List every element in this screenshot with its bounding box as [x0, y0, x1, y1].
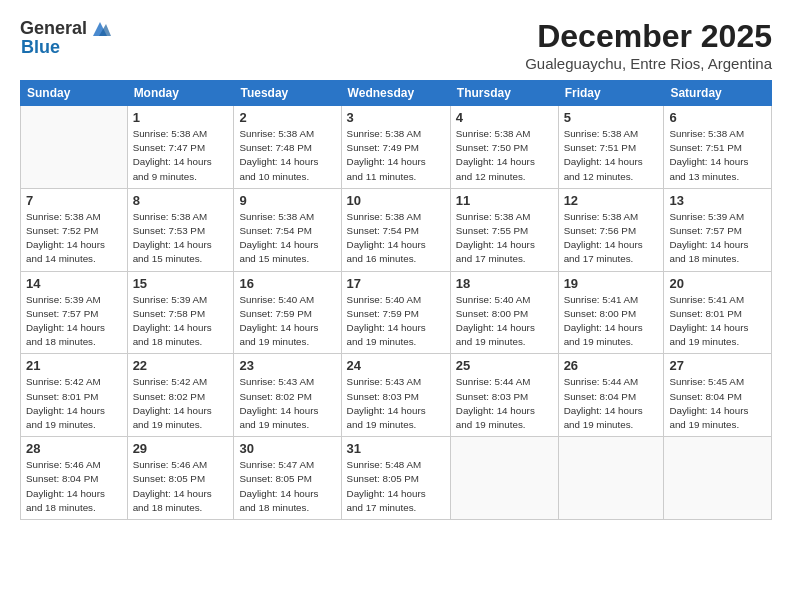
day-number: 23 [239, 358, 335, 373]
day-number: 10 [347, 193, 445, 208]
table-row: 19Sunrise: 5:41 AMSunset: 8:00 PMDayligh… [558, 271, 664, 354]
day-number: 8 [133, 193, 229, 208]
logo: General Blue [20, 18, 111, 58]
day-number: 26 [564, 358, 659, 373]
day-info: Sunrise: 5:45 AMSunset: 8:04 PMDaylight:… [669, 375, 766, 432]
day-info: Sunrise: 5:42 AMSunset: 8:02 PMDaylight:… [133, 375, 229, 432]
calendar-week-row: 14Sunrise: 5:39 AMSunset: 7:57 PMDayligh… [21, 271, 772, 354]
table-row: 8Sunrise: 5:38 AMSunset: 7:53 PMDaylight… [127, 188, 234, 271]
main-title: December 2025 [525, 18, 772, 55]
col-wednesday: Wednesday [341, 81, 450, 106]
title-block: December 2025 Gualeguaychu, Entre Rios, … [525, 18, 772, 72]
day-info: Sunrise: 5:44 AMSunset: 8:04 PMDaylight:… [564, 375, 659, 432]
day-info: Sunrise: 5:38 AMSunset: 7:53 PMDaylight:… [133, 210, 229, 267]
day-info: Sunrise: 5:39 AMSunset: 7:57 PMDaylight:… [669, 210, 766, 267]
day-number: 27 [669, 358, 766, 373]
day-number: 25 [456, 358, 553, 373]
table-row: 17Sunrise: 5:40 AMSunset: 7:59 PMDayligh… [341, 271, 450, 354]
day-number: 9 [239, 193, 335, 208]
day-number: 17 [347, 276, 445, 291]
day-info: Sunrise: 5:38 AMSunset: 7:47 PMDaylight:… [133, 127, 229, 184]
day-info: Sunrise: 5:38 AMSunset: 7:52 PMDaylight:… [26, 210, 122, 267]
day-number: 13 [669, 193, 766, 208]
table-row [664, 437, 772, 520]
day-info: Sunrise: 5:38 AMSunset: 7:56 PMDaylight:… [564, 210, 659, 267]
table-row: 23Sunrise: 5:43 AMSunset: 8:02 PMDayligh… [234, 354, 341, 437]
day-info: Sunrise: 5:43 AMSunset: 8:02 PMDaylight:… [239, 375, 335, 432]
calendar: Sunday Monday Tuesday Wednesday Thursday… [20, 80, 772, 520]
day-info: Sunrise: 5:40 AMSunset: 7:59 PMDaylight:… [239, 293, 335, 350]
table-row [21, 106, 128, 189]
calendar-week-row: 7Sunrise: 5:38 AMSunset: 7:52 PMDaylight… [21, 188, 772, 271]
table-row: 30Sunrise: 5:47 AMSunset: 8:05 PMDayligh… [234, 437, 341, 520]
table-row: 26Sunrise: 5:44 AMSunset: 8:04 PMDayligh… [558, 354, 664, 437]
day-info: Sunrise: 5:44 AMSunset: 8:03 PMDaylight:… [456, 375, 553, 432]
calendar-week-row: 28Sunrise: 5:46 AMSunset: 8:04 PMDayligh… [21, 437, 772, 520]
day-number: 28 [26, 441, 122, 456]
day-number: 20 [669, 276, 766, 291]
day-info: Sunrise: 5:38 AMSunset: 7:50 PMDaylight:… [456, 127, 553, 184]
table-row: 22Sunrise: 5:42 AMSunset: 8:02 PMDayligh… [127, 354, 234, 437]
calendar-week-row: 1Sunrise: 5:38 AMSunset: 7:47 PMDaylight… [21, 106, 772, 189]
table-row: 28Sunrise: 5:46 AMSunset: 8:04 PMDayligh… [21, 437, 128, 520]
table-row: 6Sunrise: 5:38 AMSunset: 7:51 PMDaylight… [664, 106, 772, 189]
day-info: Sunrise: 5:46 AMSunset: 8:05 PMDaylight:… [133, 458, 229, 515]
logo-blue: Blue [21, 37, 60, 57]
day-info: Sunrise: 5:38 AMSunset: 7:54 PMDaylight:… [347, 210, 445, 267]
logo-icon [89, 18, 111, 40]
day-number: 18 [456, 276, 553, 291]
day-number: 1 [133, 110, 229, 125]
day-number: 19 [564, 276, 659, 291]
day-info: Sunrise: 5:40 AMSunset: 7:59 PMDaylight:… [347, 293, 445, 350]
day-info: Sunrise: 5:43 AMSunset: 8:03 PMDaylight:… [347, 375, 445, 432]
day-number: 4 [456, 110, 553, 125]
table-row: 7Sunrise: 5:38 AMSunset: 7:52 PMDaylight… [21, 188, 128, 271]
day-info: Sunrise: 5:38 AMSunset: 7:51 PMDaylight:… [669, 127, 766, 184]
subtitle: Gualeguaychu, Entre Rios, Argentina [525, 55, 772, 72]
col-monday: Monday [127, 81, 234, 106]
table-row: 29Sunrise: 5:46 AMSunset: 8:05 PMDayligh… [127, 437, 234, 520]
day-number: 22 [133, 358, 229, 373]
day-number: 29 [133, 441, 229, 456]
day-number: 6 [669, 110, 766, 125]
day-info: Sunrise: 5:39 AMSunset: 7:58 PMDaylight:… [133, 293, 229, 350]
day-info: Sunrise: 5:47 AMSunset: 8:05 PMDaylight:… [239, 458, 335, 515]
day-info: Sunrise: 5:38 AMSunset: 7:49 PMDaylight:… [347, 127, 445, 184]
table-row: 4Sunrise: 5:38 AMSunset: 7:50 PMDaylight… [450, 106, 558, 189]
page: General Blue December 2025 Gualeguaychu,… [0, 0, 792, 612]
day-info: Sunrise: 5:40 AMSunset: 8:00 PMDaylight:… [456, 293, 553, 350]
table-row: 20Sunrise: 5:41 AMSunset: 8:01 PMDayligh… [664, 271, 772, 354]
col-friday: Friday [558, 81, 664, 106]
day-info: Sunrise: 5:42 AMSunset: 8:01 PMDaylight:… [26, 375, 122, 432]
day-number: 30 [239, 441, 335, 456]
day-number: 12 [564, 193, 659, 208]
col-sunday: Sunday [21, 81, 128, 106]
day-number: 5 [564, 110, 659, 125]
col-tuesday: Tuesday [234, 81, 341, 106]
day-number: 15 [133, 276, 229, 291]
table-row: 9Sunrise: 5:38 AMSunset: 7:54 PMDaylight… [234, 188, 341, 271]
day-number: 24 [347, 358, 445, 373]
table-row: 1Sunrise: 5:38 AMSunset: 7:47 PMDaylight… [127, 106, 234, 189]
table-row: 15Sunrise: 5:39 AMSunset: 7:58 PMDayligh… [127, 271, 234, 354]
day-info: Sunrise: 5:41 AMSunset: 8:00 PMDaylight:… [564, 293, 659, 350]
day-number: 16 [239, 276, 335, 291]
table-row [558, 437, 664, 520]
col-saturday: Saturday [664, 81, 772, 106]
table-row: 25Sunrise: 5:44 AMSunset: 8:03 PMDayligh… [450, 354, 558, 437]
day-info: Sunrise: 5:38 AMSunset: 7:51 PMDaylight:… [564, 127, 659, 184]
day-number: 3 [347, 110, 445, 125]
day-info: Sunrise: 5:46 AMSunset: 8:04 PMDaylight:… [26, 458, 122, 515]
table-row: 2Sunrise: 5:38 AMSunset: 7:48 PMDaylight… [234, 106, 341, 189]
table-row: 3Sunrise: 5:38 AMSunset: 7:49 PMDaylight… [341, 106, 450, 189]
calendar-header-row: Sunday Monday Tuesday Wednesday Thursday… [21, 81, 772, 106]
day-info: Sunrise: 5:38 AMSunset: 7:55 PMDaylight:… [456, 210, 553, 267]
day-info: Sunrise: 5:38 AMSunset: 7:54 PMDaylight:… [239, 210, 335, 267]
table-row: 5Sunrise: 5:38 AMSunset: 7:51 PMDaylight… [558, 106, 664, 189]
logo-general: General [20, 19, 87, 39]
table-row: 11Sunrise: 5:38 AMSunset: 7:55 PMDayligh… [450, 188, 558, 271]
col-thursday: Thursday [450, 81, 558, 106]
table-row: 16Sunrise: 5:40 AMSunset: 7:59 PMDayligh… [234, 271, 341, 354]
day-number: 31 [347, 441, 445, 456]
day-number: 11 [456, 193, 553, 208]
